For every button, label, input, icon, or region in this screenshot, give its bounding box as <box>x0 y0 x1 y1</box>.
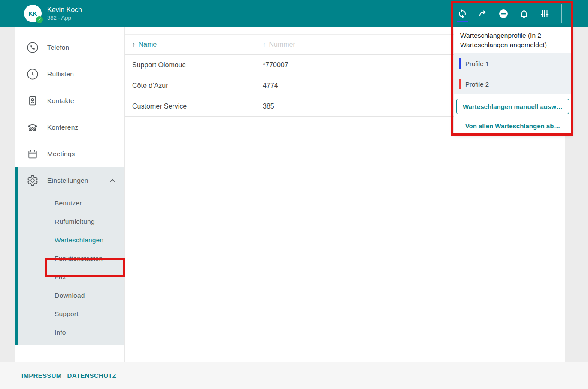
datenschutz-link[interactable]: DATENSCHUTZ <box>67 372 117 379</box>
user-extension: 382 - App <box>47 14 82 22</box>
header-divider <box>448 4 448 23</box>
sidebar-item-kontakte[interactable]: Kontakte <box>15 87 124 114</box>
user-name: Kevin Koch <box>47 5 82 14</box>
profile-color-bar <box>459 58 461 69</box>
queue-name: Customer Service <box>125 103 263 110</box>
queue-profiles-dropdown: Warteschlangenprofile (In 2 Warteschlang… <box>454 27 571 133</box>
sidebar-subitem-benutzer[interactable]: Benutzer <box>15 194 124 212</box>
profile-list: Profile 1 Profile 2 <box>454 53 571 94</box>
dropdown-title: Warteschlangenprofile (In 2 Warteschlang… <box>454 27 571 53</box>
sidebar-item-telefon[interactable]: Telefon <box>15 34 124 61</box>
avatar[interactable]: KK ✓ <box>24 5 42 22</box>
sidebar-item-label: Einstellungen <box>47 177 88 184</box>
sidebar-subitem-funktionstasten[interactable]: Funktionstasten <box>15 249 124 268</box>
sidebar-item-konferenz[interactable]: Konferenz <box>15 114 124 141</box>
sidebar-subitem-support[interactable]: Support <box>15 305 124 323</box>
sidebar-item-label: Telefon <box>47 44 69 51</box>
profile-item-2[interactable]: Profile 2 <box>454 74 571 94</box>
impressum-link[interactable]: IMPRESSUM <box>21 372 62 379</box>
sliders-icon[interactable] <box>539 0 551 27</box>
sidebar-item-label: Ruflisten <box>47 70 74 78</box>
left-gutter <box>0 27 15 362</box>
gear-icon <box>27 175 39 187</box>
sidebar-subitem-warteschlangen[interactable]: Warteschlangen <box>15 231 124 249</box>
column-label: Name <box>139 41 157 48</box>
sidebar-subitem-fax[interactable]: Fax <box>15 268 124 286</box>
column-header-name[interactable]: ↑Name <box>125 41 263 48</box>
sidebar-item-meetings[interactable]: Meetings <box>15 141 124 167</box>
sidebar-item-label: Meetings <box>47 150 75 158</box>
sidebar-subitem-download[interactable]: Download <box>15 286 124 305</box>
sidebar-item-label: Konferenz <box>47 124 78 131</box>
subitem-label: Funktionstasten <box>55 255 103 262</box>
contact-card-icon <box>27 95 39 107</box>
subitem-label: Fax <box>55 273 66 281</box>
sidebar-item-label: Kontakte <box>47 97 74 105</box>
sort-asc-icon: ↑ <box>132 41 136 48</box>
settings-accent-bar <box>15 167 18 345</box>
header-divider <box>15 4 15 23</box>
profile-item-1[interactable]: Profile 1 <box>454 53 571 74</box>
check-icon: ✓ <box>38 18 41 22</box>
notifications-bell-icon[interactable] <box>518 0 530 27</box>
chevron-up-icon[interactable] <box>107 175 118 186</box>
subitem-label: Download <box>55 292 85 299</box>
queue-name: Support Olomouc <box>125 61 263 69</box>
subitem-label: Rufumleitung <box>55 218 95 226</box>
sidebar-item-ruflisten[interactable]: Ruflisten <box>15 61 124 87</box>
sync-icon[interactable] <box>456 0 468 27</box>
column-label: Nummer <box>269 41 295 48</box>
app-header: KK ✓ Kevin Koch 382 - App <box>0 0 588 27</box>
subitem-label: Benutzer <box>55 199 82 207</box>
subitem-label: Info <box>55 329 66 336</box>
sidebar-nav: Telefon Ruflisten Kontakte Konferenz Mee… <box>15 27 124 167</box>
user-info: Kevin Koch 382 - App <box>47 5 82 22</box>
header-divider <box>561 4 562 23</box>
profile-label: Profile 1 <box>465 60 489 67</box>
logout-all-queues-button[interactable]: Von allen Warteschlangen ab… <box>465 122 561 130</box>
dropdown-actions: Warteschlangen manuell ausw… Von allen W… <box>454 94 571 130</box>
avatar-initials: KK <box>28 10 37 17</box>
phone-icon <box>30 45 34 49</box>
profile-color-bar <box>459 79 461 89</box>
footer: IMPRESSUM DATENSCHUTZ <box>0 362 588 389</box>
header-divider <box>125 4 125 23</box>
calendar-icon <box>27 148 39 160</box>
conference-icon <box>27 121 39 133</box>
header-icon-toolbar <box>456 0 559 27</box>
subitem-label: Support <box>55 310 79 318</box>
clock-icon <box>27 68 39 80</box>
queue-name: Côte d’Azur <box>125 82 263 90</box>
active-tab-underline <box>457 21 468 22</box>
sidebar: Telefon Ruflisten Kontakte Konferenz Mee… <box>15 27 124 362</box>
online-status-badge: ✓ <box>36 16 43 23</box>
redirect-icon[interactable] <box>477 0 489 27</box>
profile-label: Profile 2 <box>465 81 489 88</box>
subitem-label: Warteschlangen <box>55 236 103 244</box>
do-not-disturb-icon[interactable] <box>497 0 509 27</box>
sort-asc-icon: ↑ <box>263 41 266 48</box>
sidebar-item-einstellungen[interactable]: Einstellungen <box>15 167 124 194</box>
select-queues-manually-button[interactable]: Warteschlangen manuell ausw… <box>456 99 569 114</box>
settings-section: Einstellungen Benutzer Rufumleitung Wart… <box>15 167 124 345</box>
sidebar-subitem-rufumleitung[interactable]: Rufumleitung <box>15 212 124 231</box>
sidebar-subitem-info[interactable]: Info <box>15 323 124 341</box>
